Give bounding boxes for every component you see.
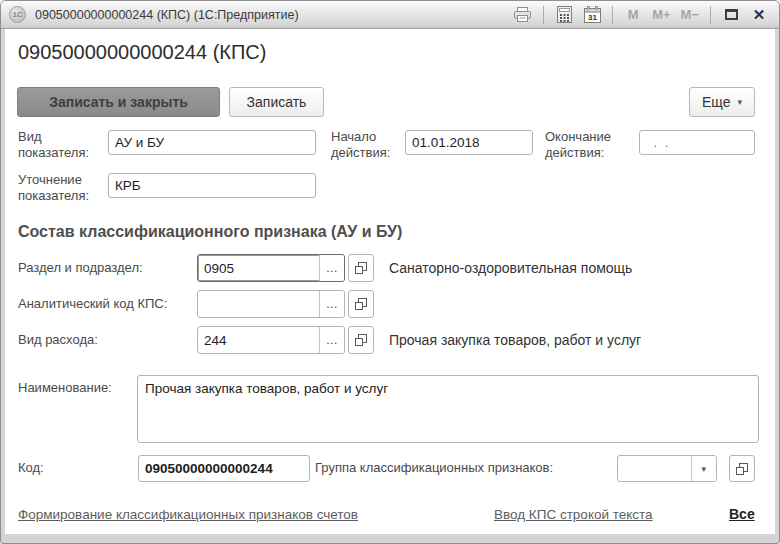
start-date-input[interactable] [406,131,532,154]
utochnenie-input[interactable] [109,174,315,197]
link-form-signs[interactable]: Формирование классификационных признаков… [18,507,358,522]
more-button[interactable]: Еще ▾ [689,87,755,117]
link-all[interactable]: Все [729,506,755,522]
titlebar[interactable]: 1С 09050000000000244 (КПС) (1С:Предприят… [1,1,779,29]
memory-plus-button[interactable]: M+ [649,4,673,26]
open-icon [355,334,367,346]
razdel-input[interactable] [198,255,319,281]
printer-icon [513,6,532,23]
maximize-icon [725,9,738,20]
analytic-field-group: ... [197,290,374,318]
calendar-button[interactable]: 31 [580,4,604,26]
maximize-button[interactable] [719,4,743,26]
group-open-button[interactable] [729,455,755,482]
vid-input-box [108,130,316,155]
group-field-group: ▾ [617,455,755,482]
group-dropdown-button[interactable]: ▾ [691,456,716,481]
code-label: Код: [18,460,44,476]
code-input-box [138,455,310,482]
start-date-box [405,130,533,155]
calculator-button[interactable] [552,4,576,26]
open-icon [355,262,367,274]
analytic-label: Аналитический код КПС: [18,296,167,312]
window-title: 09050000000000244 (КПС) (1С:Предприятие) [35,8,510,22]
rashod-description: Прочая закупка товаров, работ и услуг [389,332,641,348]
open-icon [736,463,748,475]
svg-text:31: 31 [588,13,597,22]
analytic-choose-button[interactable]: ... [319,291,344,317]
group-label: Группа классификационных признаков: [315,460,553,476]
titlebar-separator [710,6,711,24]
rashod-field-group: ... [197,326,374,354]
titlebar-separator [543,6,544,24]
save-button[interactable]: Записать [229,87,324,117]
print-button[interactable] [510,4,535,26]
memory-button[interactable]: M [621,4,645,26]
razdel-open-button[interactable] [348,254,374,282]
razdel-input-box: ... [197,254,345,282]
page-title: 09050000000000244 (КПС) [18,41,266,64]
group-input[interactable] [618,456,691,481]
name-textarea[interactable]: Прочая закупка товаров, работ и услуг [137,375,759,443]
analytic-input[interactable] [198,291,319,317]
section-title: Состав классификационного признака (АУ и… [18,223,402,241]
vid-label: Вид показателя: [18,129,104,161]
end-date-box [639,130,755,155]
razdel-choose-button[interactable]: ... [319,255,344,281]
close-icon: ✕ [753,7,766,22]
analytic-input-box: ... [197,290,345,318]
name-label: Наименование: [18,380,112,396]
calendar-icon: 31 [584,6,601,23]
open-icon [355,298,367,310]
link-input-text[interactable]: Ввод КПС строкой текста [494,507,653,522]
chevron-down-icon: ▾ [701,464,706,474]
window: 1С 09050000000000244 (КПС) (1С:Предприят… [0,0,780,544]
utochnenie-label: Уточнение показателя: [18,172,108,204]
titlebar-separator [612,6,613,24]
rashod-label: Вид расхода: [18,332,98,348]
memory-minus-button[interactable]: M− [678,4,702,26]
end-date-label: Окончание действия: [545,129,640,161]
razdel-field-group: ... [197,254,374,282]
end-date-input[interactable] [640,131,754,154]
rashod-input[interactable] [198,327,319,353]
chevron-down-icon: ▾ [737,97,742,107]
more-button-label: Еще [702,94,731,110]
razdel-label: Раздел и подраздел: [18,260,143,276]
rashod-open-button[interactable] [348,326,374,354]
code-input[interactable] [139,456,309,481]
rashod-input-box: ... [197,326,345,354]
razdel-description: Санаторно-оздоровительная помощь [389,260,632,276]
group-combo-box: ▾ [617,455,717,482]
utochnenie-input-box [108,173,316,198]
form-area: 09050000000000244 (КПС) Записать и закры… [5,29,775,534]
close-button[interactable]: ✕ [747,4,771,26]
titlebar-buttons: 31 M M+ M− ✕ [510,4,771,26]
vid-input[interactable] [109,131,315,154]
calculator-icon [557,6,572,23]
rashod-choose-button[interactable]: ... [319,327,344,353]
analytic-open-button[interactable] [348,290,374,318]
start-date-label: Начало действия: [331,129,409,161]
save-close-button[interactable]: Записать и закрыть [17,87,220,117]
1c-logo-icon: 1С [9,6,26,23]
